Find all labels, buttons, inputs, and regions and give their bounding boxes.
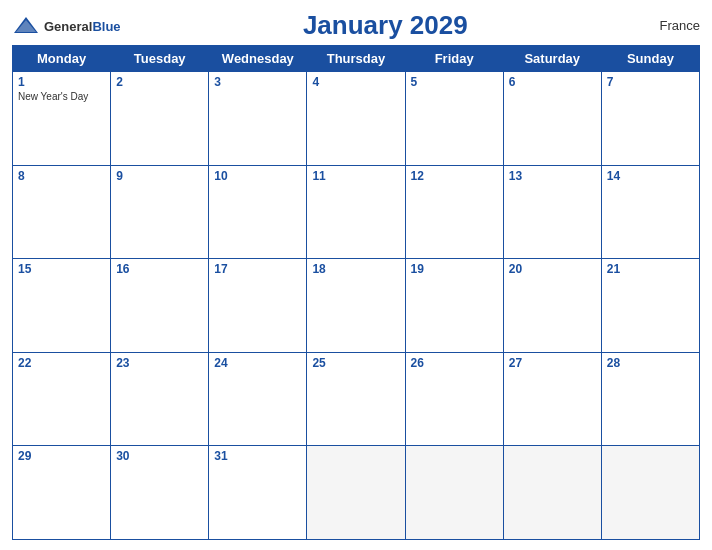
day-number: 22 [18, 356, 105, 370]
calendar-cell: 20 [503, 259, 601, 353]
day-number: 3 [214, 75, 301, 89]
calendar-week-2: 891011121314 [13, 165, 700, 259]
calendar-cell: 4 [307, 72, 405, 166]
calendar-cell [307, 446, 405, 540]
col-friday: Friday [405, 46, 503, 72]
calendar-cell: 28 [601, 352, 699, 446]
calendar-week-3: 15161718192021 [13, 259, 700, 353]
col-tuesday: Tuesday [111, 46, 209, 72]
day-number: 29 [18, 449, 105, 463]
calendar-cell: 29 [13, 446, 111, 540]
calendar-cell [405, 446, 503, 540]
calendar-week-4: 22232425262728 [13, 352, 700, 446]
calendar-cell: 1New Year's Day [13, 72, 111, 166]
calendar-cell: 2 [111, 72, 209, 166]
calendar-cell: 24 [209, 352, 307, 446]
calendar-cell: 6 [503, 72, 601, 166]
logo-general-text: GeneralBlue [44, 17, 121, 35]
day-number: 10 [214, 169, 301, 183]
calendar-cell: 3 [209, 72, 307, 166]
day-number: 8 [18, 169, 105, 183]
day-number: 18 [312, 262, 399, 276]
day-number: 12 [411, 169, 498, 183]
calendar-cell: 13 [503, 165, 601, 259]
col-sunday: Sunday [601, 46, 699, 72]
calendar-cell: 31 [209, 446, 307, 540]
day-number: 5 [411, 75, 498, 89]
day-number: 6 [509, 75, 596, 89]
calendar-cell: 25 [307, 352, 405, 446]
day-number: 31 [214, 449, 301, 463]
general-blue-logo-icon [12, 15, 40, 37]
country-label: France [650, 18, 700, 33]
day-number: 14 [607, 169, 694, 183]
day-number: 2 [116, 75, 203, 89]
col-monday: Monday [13, 46, 111, 72]
holiday-label: New Year's Day [18, 91, 105, 102]
calendar-cell: 19 [405, 259, 503, 353]
day-number: 24 [214, 356, 301, 370]
col-thursday: Thursday [307, 46, 405, 72]
calendar-cell: 17 [209, 259, 307, 353]
calendar-cell: 12 [405, 165, 503, 259]
calendar-cell: 26 [405, 352, 503, 446]
calendar-cell: 10 [209, 165, 307, 259]
calendar-cell [503, 446, 601, 540]
day-number: 9 [116, 169, 203, 183]
day-number: 7 [607, 75, 694, 89]
day-number: 21 [607, 262, 694, 276]
calendar-cell: 23 [111, 352, 209, 446]
calendar-title: January 2029 [121, 10, 650, 41]
calendar-cell: 18 [307, 259, 405, 353]
calendar-cell: 27 [503, 352, 601, 446]
logo-area: GeneralBlue [12, 15, 121, 37]
day-number: 26 [411, 356, 498, 370]
day-number: 25 [312, 356, 399, 370]
calendar-cell: 14 [601, 165, 699, 259]
day-number: 13 [509, 169, 596, 183]
calendar-cell: 8 [13, 165, 111, 259]
calendar-cell: 21 [601, 259, 699, 353]
calendar-week-1: 1New Year's Day234567 [13, 72, 700, 166]
day-number: 27 [509, 356, 596, 370]
day-number: 30 [116, 449, 203, 463]
calendar-week-5: 293031 [13, 446, 700, 540]
calendar-table: Monday Tuesday Wednesday Thursday Friday… [12, 45, 700, 540]
calendar-cell: 22 [13, 352, 111, 446]
calendar-cell [601, 446, 699, 540]
calendar-cell: 9 [111, 165, 209, 259]
day-number: 4 [312, 75, 399, 89]
day-number: 23 [116, 356, 203, 370]
day-number: 28 [607, 356, 694, 370]
calendar-header-row: Monday Tuesday Wednesday Thursday Friday… [13, 46, 700, 72]
calendar-cell: 5 [405, 72, 503, 166]
col-wednesday: Wednesday [209, 46, 307, 72]
day-number: 17 [214, 262, 301, 276]
day-number: 19 [411, 262, 498, 276]
page-header: GeneralBlue January 2029 France [12, 10, 700, 41]
calendar-cell: 11 [307, 165, 405, 259]
calendar-cell: 7 [601, 72, 699, 166]
day-number: 15 [18, 262, 105, 276]
calendar-cell: 30 [111, 446, 209, 540]
day-number: 11 [312, 169, 399, 183]
day-number: 16 [116, 262, 203, 276]
day-number: 20 [509, 262, 596, 276]
col-saturday: Saturday [503, 46, 601, 72]
calendar-cell: 15 [13, 259, 111, 353]
day-number: 1 [18, 75, 105, 89]
calendar-cell: 16 [111, 259, 209, 353]
